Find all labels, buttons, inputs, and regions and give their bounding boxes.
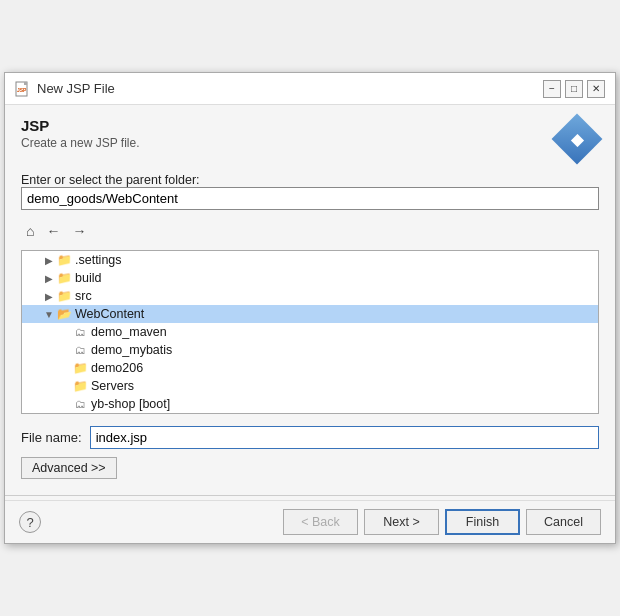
file-name-label: File name: bbox=[21, 430, 82, 445]
advanced-button[interactable]: Advanced >> bbox=[21, 457, 117, 479]
header-section: JSP Create a new JSP file. ◆ bbox=[21, 117, 599, 161]
server-icon-demo-mybatis: 🗂 bbox=[72, 343, 88, 357]
folder-icon-build: 📁 bbox=[56, 271, 72, 285]
folder-section: Enter or select the parent folder: bbox=[21, 169, 599, 210]
file-name-input[interactable] bbox=[90, 426, 599, 449]
folder-tree[interactable]: ▶ 📁 .settings ▶ 📁 build ▶ 📁 src ▼ 📂 WebC… bbox=[21, 250, 599, 414]
folder-icon-demo206: 📁 bbox=[72, 361, 88, 375]
title-bar-left: JSP New JSP File bbox=[15, 81, 115, 97]
folder-path-input[interactable] bbox=[21, 187, 599, 210]
file-name-row: File name: bbox=[21, 426, 599, 449]
back-nav-button[interactable]: < Back bbox=[283, 509, 358, 535]
diamond-inner: ◆ bbox=[571, 130, 583, 149]
dialog-window: JSP New JSP File − □ ✕ JSP Create a new … bbox=[4, 72, 616, 544]
tree-item-servers[interactable]: 📁 Servers bbox=[22, 377, 598, 395]
tree-label-demo206: demo206 bbox=[91, 361, 143, 375]
tree-label-webcontent: WebContent bbox=[75, 307, 144, 321]
cancel-button[interactable]: Cancel bbox=[526, 509, 601, 535]
finish-button[interactable]: Finish bbox=[445, 509, 520, 535]
diamond-shape: ◆ bbox=[552, 114, 603, 165]
page-title: JSP bbox=[21, 117, 140, 134]
server-icon-demo-maven: 🗂 bbox=[72, 325, 88, 339]
back-button[interactable]: ← bbox=[41, 220, 65, 242]
tree-item-webcontent[interactable]: ▼ 📂 WebContent bbox=[22, 305, 598, 323]
tree-item-build[interactable]: ▶ 📁 build bbox=[22, 269, 598, 287]
home-button[interactable]: ⌂ bbox=[21, 220, 39, 242]
title-bar: JSP New JSP File − □ ✕ bbox=[5, 73, 615, 105]
tree-toggle-build: ▶ bbox=[42, 273, 56, 284]
help-button[interactable]: ? bbox=[19, 511, 41, 533]
bottom-bar: ? < Back Next > Finish Cancel bbox=[5, 500, 615, 543]
tree-item-demo206[interactable]: 📁 demo206 bbox=[22, 359, 598, 377]
tree-item-demo-mybatis[interactable]: 🗂 demo_mybatis bbox=[22, 341, 598, 359]
separator bbox=[5, 495, 615, 496]
maximize-button[interactable]: □ bbox=[565, 80, 583, 98]
tree-label-servers: Servers bbox=[91, 379, 134, 393]
advanced-section: Advanced >> bbox=[21, 457, 599, 479]
bottom-left: ? bbox=[19, 511, 41, 533]
server-icon-yb-shop: 🗂 bbox=[72, 397, 88, 411]
tree-label-yb-shop: yb-shop [boot] bbox=[91, 397, 170, 411]
forward-button[interactable]: → bbox=[67, 220, 91, 242]
header-icon: ◆ bbox=[555, 117, 599, 161]
tree-item-settings[interactable]: ▶ 📁 .settings bbox=[22, 251, 598, 269]
tree-toggle-src: ▶ bbox=[42, 291, 56, 302]
svg-text:JSP: JSP bbox=[17, 87, 27, 93]
close-button[interactable]: ✕ bbox=[587, 80, 605, 98]
folder-icon-settings: 📁 bbox=[56, 253, 72, 267]
next-nav-button[interactable]: Next > bbox=[364, 509, 439, 535]
minimize-button[interactable]: − bbox=[543, 80, 561, 98]
tree-label-src: src bbox=[75, 289, 92, 303]
folder-label: Enter or select the parent folder: bbox=[21, 173, 599, 187]
bottom-right: < Back Next > Finish Cancel bbox=[283, 509, 601, 535]
folder-icon-webcontent: 📂 bbox=[56, 307, 72, 321]
tree-toggle-webcontent: ▼ bbox=[42, 309, 56, 320]
folder-toolbar: ⌂ ← → bbox=[21, 220, 599, 242]
folder-icon-src: 📁 bbox=[56, 289, 72, 303]
svg-rect-1 bbox=[24, 82, 27, 85]
tree-item-src[interactable]: ▶ 📁 src bbox=[22, 287, 598, 305]
tree-label-build: build bbox=[75, 271, 101, 285]
main-content: JSP Create a new JSP file. ◆ Enter or se… bbox=[5, 105, 615, 491]
window-title: New JSP File bbox=[37, 81, 115, 96]
tree-toggle-settings: ▶ bbox=[42, 255, 56, 266]
page-subtitle: Create a new JSP file. bbox=[21, 136, 140, 150]
tree-item-yb-shop[interactable]: 🗂 yb-shop [boot] bbox=[22, 395, 598, 413]
tree-label-demo-maven: demo_maven bbox=[91, 325, 167, 339]
folder-icon-servers: 📁 bbox=[72, 379, 88, 393]
tree-item-demo-maven[interactable]: 🗂 demo_maven bbox=[22, 323, 598, 341]
tree-label-settings: .settings bbox=[75, 253, 122, 267]
tree-label-demo-mybatis: demo_mybatis bbox=[91, 343, 172, 357]
jsp-file-icon: JSP bbox=[15, 81, 31, 97]
title-controls: − □ ✕ bbox=[543, 80, 605, 98]
header-text-group: JSP Create a new JSP file. bbox=[21, 117, 140, 150]
